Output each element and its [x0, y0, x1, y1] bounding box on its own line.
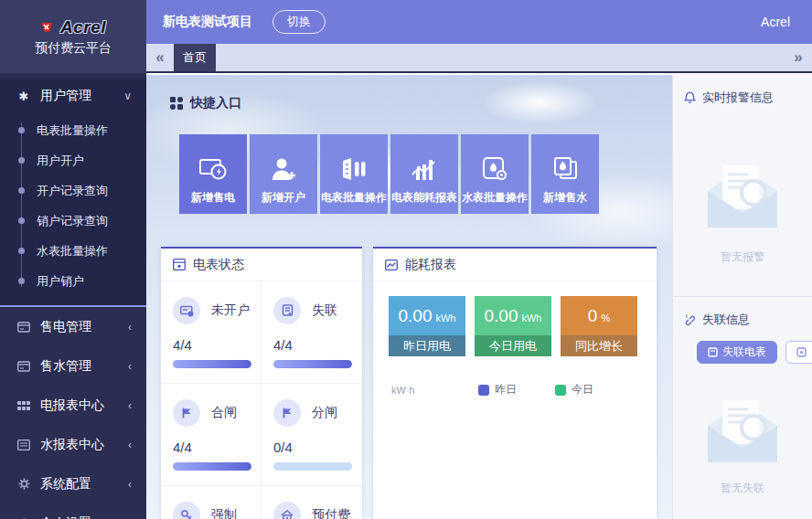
status-label: 预付费	[312, 507, 350, 519]
offline-empty-illustration	[673, 391, 812, 470]
status-cell-prepaid: 预付费	[262, 486, 362, 519]
sidebar-item-personal-settings[interactable]: 个人设置 ‹	[0, 503, 146, 519]
energy-report-icon	[385, 260, 398, 270]
sidebar-item-label: 售水管理	[40, 358, 128, 375]
project-name: 新电表测试项目	[163, 14, 252, 30]
bullet-dot	[18, 187, 25, 194]
meter-status-icon	[173, 259, 186, 270]
offline-empty-text: 暂无失联	[673, 481, 812, 496]
sidebar-item-label: 系统配置	[40, 476, 128, 493]
user-name[interactable]: Acrel	[761, 15, 790, 29]
sidebar-item-water-reports[interactable]: 水报表中心 ‹	[0, 425, 146, 464]
energy-report-header: 能耗报表	[373, 249, 657, 281]
empty-envelope-icon	[699, 156, 786, 235]
bullet-dot	[18, 217, 25, 224]
alarm-empty-text: 暂无报警	[673, 249, 812, 265]
card-unit: %	[601, 312, 610, 323]
bell-icon	[684, 91, 696, 104]
quick-new-water-sale-button[interactable]: 新增售水	[531, 134, 599, 214]
chevron-left-icon: ‹	[128, 439, 132, 451]
progress-bar	[273, 462, 352, 471]
quick-new-elec-sale-button[interactable]: 新增售电	[179, 134, 247, 214]
offline-meters-button[interactable]: 失联电表	[697, 341, 777, 364]
sidebar-item-elec-sales[interactable]: 售电管理 ‹	[0, 307, 146, 346]
tab-home[interactable]: 首页	[174, 44, 216, 71]
card-value: 0	[588, 306, 598, 326]
empty-envelope-icon	[699, 391, 786, 470]
brand-name: Acrel	[60, 17, 106, 37]
user-plus-icon	[270, 156, 297, 182]
brand-subtitle: 预付费云平台	[35, 40, 112, 57]
card-label: 今日用电	[489, 338, 537, 355]
sidebar-item-label: 售电管理	[40, 319, 128, 335]
alarm-empty-illustration	[673, 156, 812, 235]
switch-off-flag-icon	[273, 399, 301, 427]
status-label: 强制	[211, 507, 237, 519]
bullet-dot	[18, 127, 25, 133]
sidebar-item-label: 开户记录查询	[37, 183, 108, 199]
gear-icon	[16, 478, 31, 490]
tabs-scroll-left-icon[interactable]: «	[146, 44, 174, 71]
bullet-dot	[18, 278, 25, 284]
status-cell-switch-on: 合闸 4/4	[161, 384, 262, 486]
sidebar-menu: ✱ 用户管理 ∨ 电表批量操作 用户开户 开户记录查询 销户记录查询 水表批量操…	[0, 73, 146, 519]
status-value: 4/4	[273, 337, 351, 353]
sidebar-item-close-record[interactable]: 销户记录查询	[0, 206, 146, 236]
status-label: 失联	[312, 302, 337, 319]
not-opened-icon	[173, 297, 200, 324]
meter-small-icon	[708, 347, 718, 357]
legend-swatch	[478, 385, 489, 396]
alarm-title: 实时报警信息	[702, 90, 774, 106]
sidebar-item-user-mgmt[interactable]: ✱ 用户管理 ∨	[0, 79, 146, 113]
status-label: 未开户	[211, 302, 250, 319]
quick-meter-batch-button[interactable]: 电表批量操作	[320, 134, 388, 214]
offline-water-meters-button[interactable]: 失联水表	[785, 341, 812, 364]
quick-energy-report-button[interactable]: 电表能耗报表	[390, 134, 458, 214]
quick-new-account-button[interactable]: 新增开户	[250, 134, 317, 214]
chevron-left-icon: ‹	[128, 399, 132, 412]
sidebar-item-close-account[interactable]: 用户销户	[0, 266, 146, 296]
quick-button-label: 新增售电	[191, 190, 235, 206]
sidebar-item-water-batch[interactable]: 水表批量操作	[0, 236, 146, 266]
key-icon	[173, 502, 200, 519]
sidebar-item-label: 水报表中心	[40, 437, 128, 453]
status-cell-switch-off: 分闸 0/4	[262, 384, 362, 486]
energy-cards: 0.00 kWh 昨日用电 0.00 kWh 今日用电 0	[373, 281, 657, 356]
quick-entry-title: 快捷入口	[190, 95, 241, 111]
alarm-section-header: 实时报警信息	[673, 75, 812, 106]
card-icon	[16, 361, 31, 372]
bullet-dot	[18, 248, 25, 254]
meter-status-grid: 未开户 4/4 失联 4/4	[161, 281, 362, 519]
quick-button-label: 电表批量操作	[321, 190, 387, 206]
report-icon	[16, 440, 31, 450]
switch-project-button[interactable]: 切换	[272, 10, 326, 34]
progress-bar	[173, 462, 251, 471]
legend-swatch	[555, 385, 566, 396]
sidebar-item-open-record[interactable]: 开户记录查询	[0, 175, 146, 206]
tabs-scroll-right-icon[interactable]: »	[785, 44, 812, 71]
sell-water-icon	[551, 156, 579, 182]
status-value: 4/4	[173, 337, 250, 353]
sidebar-item-system-config[interactable]: 系统配置 ‹	[0, 464, 146, 503]
chevron-left-icon: ‹	[128, 478, 132, 491]
sidebar-item-label: 水表批量操作	[37, 243, 108, 260]
sidebar-item-open-account[interactable]: 用户开户	[0, 145, 146, 175]
sidebar-item-elec-reports[interactable]: 电报表中心 ‹	[0, 386, 146, 425]
status-cell-forced: 强制	[161, 486, 262, 519]
sidebar-item-label: 电报表中心	[40, 397, 128, 414]
legend-yesterday: 昨日	[478, 382, 517, 397]
status-cell-offline: 失联 4/4	[262, 281, 362, 384]
card-unit: kWh	[521, 312, 541, 323]
main-content: 快捷入口 新增售电 新增开户 电表批	[146, 75, 672, 519]
quick-water-batch-button[interactable]: 水表批量操作	[461, 134, 529, 214]
apps-grid-icon	[170, 97, 183, 110]
card-today-usage: 0.00 kWh 今日用电	[475, 296, 551, 356]
status-cell-not-opened: 未开户 4/4	[161, 281, 262, 384]
sidebar-item-water-sales[interactable]: 售水管理 ‹	[0, 346, 146, 386]
chevron-down-icon: ∨	[123, 90, 132, 102]
quick-button-label: 新增售水	[543, 190, 587, 206]
sidebar-item-label: 个人设置	[40, 515, 128, 519]
broken-link-icon	[684, 314, 696, 326]
sidebar-item-label: 用户销户	[37, 273, 84, 290]
sidebar-item-meter-batch[interactable]: 电表批量操作	[0, 115, 146, 145]
